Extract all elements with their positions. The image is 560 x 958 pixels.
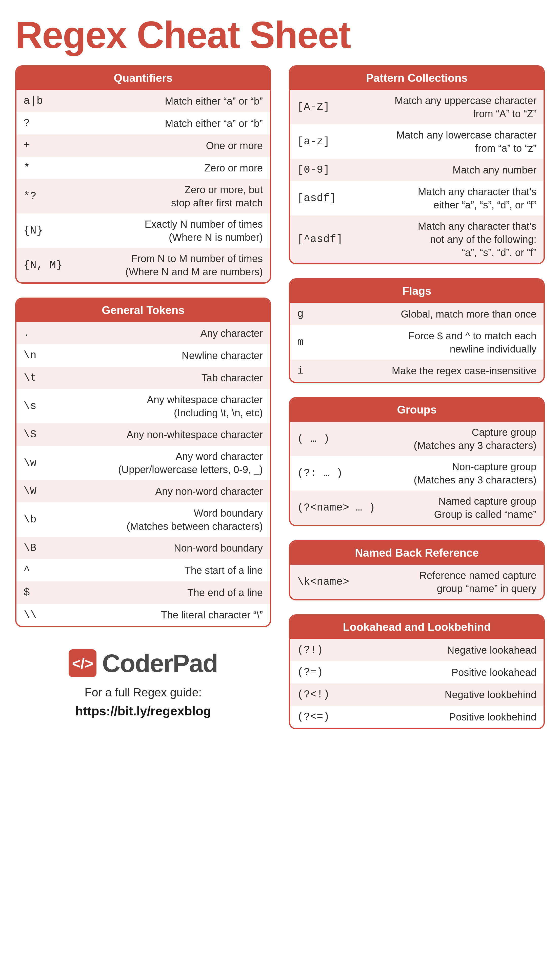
table-row: ( … )Capture group(Matches any 3 charact… xyxy=(290,422,544,456)
table-row: \\The literal character “\” xyxy=(16,604,270,626)
right-column: Pattern Collections [A-Z]Match any upper… xyxy=(289,65,545,729)
regex-token: \s xyxy=(24,400,69,412)
table-row: \sAny whitespace character(Including \t,… xyxy=(16,389,270,423)
card-title: Lookahead and Lookbehind xyxy=(290,615,544,639)
footer: </> CoderPad For a full Regex guide: htt… xyxy=(15,641,271,718)
regex-description: Match either “a” or “b” xyxy=(69,117,263,130)
table-row: [a-z]Match any lowercase characterfrom “… xyxy=(290,124,544,159)
table-row: .Any character xyxy=(16,322,270,344)
regex-description: From N to M number of times(Where N and … xyxy=(69,252,263,278)
regex-description: Negative lookbehind xyxy=(348,688,536,701)
table-row: [0-9]Match any number xyxy=(290,159,544,181)
regex-token: \t xyxy=(24,372,69,384)
card-rows: \k<name>Reference named capturegroup “na… xyxy=(290,565,544,599)
regex-token: (?<=) xyxy=(297,711,348,723)
card-rows: a|bMatch either “a” or “b”?Match either … xyxy=(16,90,270,282)
regex-token: . xyxy=(24,327,69,339)
card-flags: Flags gGlobal, match more than oncemForc… xyxy=(289,278,545,383)
table-row: [asdf]Match any character that’seither “… xyxy=(290,181,544,216)
regex-token: + xyxy=(24,140,69,152)
regex-token: {N, M} xyxy=(24,259,69,271)
card-title: Groups xyxy=(290,398,544,422)
card-rows: [A-Z]Match any uppercase characterfrom “… xyxy=(290,90,544,263)
table-row: (?<name> … )Named capture groupGroup is … xyxy=(290,490,544,525)
regex-token: m xyxy=(297,336,348,349)
table-row: (?: … )Non-capture group(Matches any 3 c… xyxy=(290,456,544,490)
regex-token: ^ xyxy=(24,564,69,576)
regex-token: [A-Z] xyxy=(297,101,348,113)
table-row: \nNewline character xyxy=(16,344,270,367)
regex-token: (?<!) xyxy=(297,688,348,701)
regex-token: (?!) xyxy=(297,644,348,656)
regex-token: $ xyxy=(24,587,69,599)
regex-description: Any whitespace character(Including \t, \… xyxy=(69,393,263,419)
regex-token: \n xyxy=(24,349,69,362)
card-groups: Groups ( … )Capture group(Matches any 3 … xyxy=(289,397,545,526)
table-row: a|bMatch either “a” or “b” xyxy=(16,90,270,112)
table-row: \WAny non-word character xyxy=(16,480,270,503)
regex-description: The start of a line xyxy=(69,564,263,577)
regex-token: ? xyxy=(24,117,69,129)
regex-description: Word boundary(Matches between characters… xyxy=(69,506,263,533)
table-row: *?Zero or more, butstop after first matc… xyxy=(16,179,270,214)
table-row: {N, M}From N to M number of times(Where … xyxy=(16,248,270,282)
regex-description: The end of a line xyxy=(69,586,263,599)
table-row: \SAny non-whitespace character xyxy=(16,423,270,446)
regex-token: [^asdf] xyxy=(297,233,348,245)
regex-token: \k<name> xyxy=(297,576,354,588)
table-row: $The end of a line xyxy=(16,581,270,604)
regex-description: Tab character xyxy=(69,371,263,384)
table-row: mForce $ and ^ to match eachnewline indi… xyxy=(290,325,544,360)
regex-description: Match any character that’snot any of the… xyxy=(348,220,536,259)
regex-description: Any non-word character xyxy=(69,485,263,498)
table-row: +One or more xyxy=(16,135,270,157)
card-pattern-collections: Pattern Collections [A-Z]Match any upper… xyxy=(289,65,545,264)
table-row: \k<name>Reference named capturegroup “na… xyxy=(290,565,544,599)
regex-description: Global, match more than once xyxy=(348,308,536,320)
regex-token: \B xyxy=(24,542,69,554)
regex-description: Non-capture group(Matches any 3 characte… xyxy=(348,460,536,487)
regex-token: [0-9] xyxy=(297,164,348,176)
brand-name: CoderPad xyxy=(102,649,217,678)
brand-logo-icon: </> xyxy=(68,649,97,677)
regex-token: g xyxy=(297,308,348,320)
card-general-tokens: General Tokens .Any character\nNewline c… xyxy=(15,298,271,627)
regex-token: [asdf] xyxy=(297,192,348,205)
table-row: \BNon-word boundary xyxy=(16,537,270,559)
regex-description: Zero or more xyxy=(69,161,263,174)
card-title: Quantifiers xyxy=(16,67,270,90)
regex-description: The literal character “\” xyxy=(69,608,263,622)
regex-description: Any non-whitespace character xyxy=(69,428,263,441)
table-row: [^asdf]Match any character that’snot any… xyxy=(290,216,544,263)
card-title: Pattern Collections xyxy=(290,67,544,90)
table-row: (?=)Positive lookahead xyxy=(290,661,544,684)
regex-description: Zero or more, butstop after first match xyxy=(69,183,263,209)
table-row: (?<=)Positive lookbehind xyxy=(290,706,544,728)
footer-lead: For a full Regex guide: xyxy=(15,685,271,699)
regex-token: \w xyxy=(24,457,69,469)
table-row: (?<!)Negative lookbehind xyxy=(290,684,544,706)
regex-description: Match any character that’seither “a”, “s… xyxy=(348,185,536,211)
table-row: {N}Exactly N number of times(Where N is … xyxy=(16,214,270,248)
table-row: gGlobal, match more than once xyxy=(290,303,544,325)
regex-description: Force $ and ^ to match eachnewline indiv… xyxy=(348,329,536,355)
regex-token: [a-z] xyxy=(297,135,348,148)
regex-description: Positive lookahead xyxy=(348,666,536,679)
regex-token: \b xyxy=(24,514,69,526)
table-row: \tTab character xyxy=(16,367,270,389)
footer-link: https://bit.ly/regexblog xyxy=(15,704,271,718)
regex-description: Capture group(Matches any 3 characters) xyxy=(348,426,536,452)
regex-token: \\ xyxy=(24,609,69,621)
regex-token: \W xyxy=(24,485,69,497)
regex-description: Match any uppercase characterfrom “A” to… xyxy=(348,94,536,120)
regex-token: a|b xyxy=(24,95,69,107)
regex-description: Match any number xyxy=(348,163,536,176)
card-title: General Tokens xyxy=(16,299,270,322)
table-row: iMake the regex case-insensitive xyxy=(290,360,544,382)
regex-token: ( … ) xyxy=(297,433,348,445)
columns: Quantifiers a|bMatch either “a” or “b”?M… xyxy=(15,65,545,729)
regex-token: \S xyxy=(24,428,69,441)
regex-token: (?=) xyxy=(297,666,348,679)
regex-description: Any character xyxy=(69,327,263,340)
table-row: \bWord boundary(Matches between characte… xyxy=(16,503,270,537)
